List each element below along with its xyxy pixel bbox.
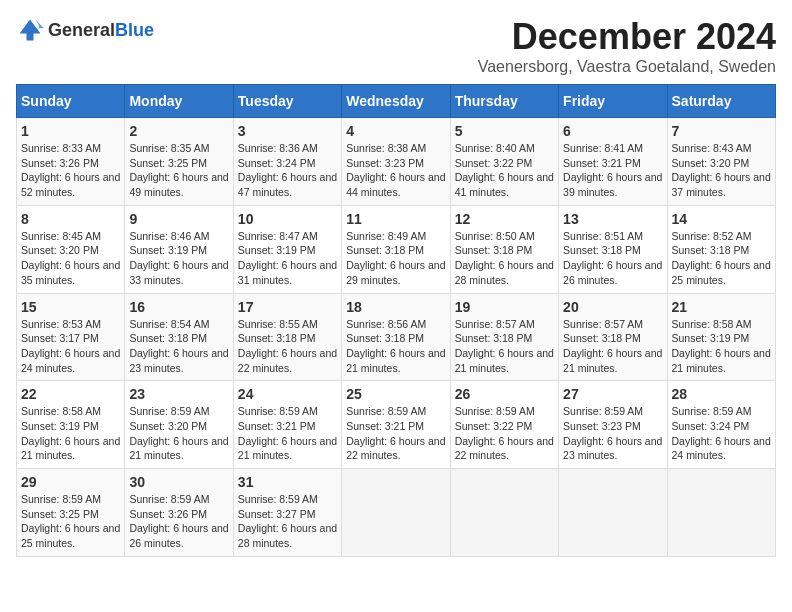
day-number: 13 — [563, 211, 662, 227]
day-info: Sunrise: 8:52 AMSunset: 3:18 PMDaylight:… — [672, 229, 771, 288]
table-row: 7Sunrise: 8:43 AMSunset: 3:20 PMDaylight… — [667, 118, 775, 206]
table-row: 18Sunrise: 8:56 AMSunset: 3:18 PMDayligh… — [342, 293, 450, 381]
calendar-week-row: 22Sunrise: 8:58 AMSunset: 3:19 PMDayligh… — [17, 381, 776, 469]
day-info: Sunrise: 8:50 AMSunset: 3:18 PMDaylight:… — [455, 229, 554, 288]
day-number: 8 — [21, 211, 120, 227]
table-row: 26Sunrise: 8:59 AMSunset: 3:22 PMDayligh… — [450, 381, 558, 469]
table-row: 22Sunrise: 8:58 AMSunset: 3:19 PMDayligh… — [17, 381, 125, 469]
table-row: 10Sunrise: 8:47 AMSunset: 3:19 PMDayligh… — [233, 205, 341, 293]
logo-general-text: General — [48, 20, 115, 40]
table-row: 17Sunrise: 8:55 AMSunset: 3:18 PMDayligh… — [233, 293, 341, 381]
table-row: 16Sunrise: 8:54 AMSunset: 3:18 PMDayligh… — [125, 293, 233, 381]
day-number: 26 — [455, 386, 554, 402]
table-row: 29Sunrise: 8:59 AMSunset: 3:25 PMDayligh… — [17, 469, 125, 557]
table-row: 19Sunrise: 8:57 AMSunset: 3:18 PMDayligh… — [450, 293, 558, 381]
day-number: 17 — [238, 299, 337, 315]
header-friday: Friday — [559, 85, 667, 118]
day-info: Sunrise: 8:58 AMSunset: 3:19 PMDaylight:… — [672, 317, 771, 376]
day-info: Sunrise: 8:59 AMSunset: 3:21 PMDaylight:… — [238, 404, 337, 463]
table-row: 21Sunrise: 8:58 AMSunset: 3:19 PMDayligh… — [667, 293, 775, 381]
day-info: Sunrise: 8:55 AMSunset: 3:18 PMDaylight:… — [238, 317, 337, 376]
table-row: 15Sunrise: 8:53 AMSunset: 3:17 PMDayligh… — [17, 293, 125, 381]
day-number: 29 — [21, 474, 120, 490]
logo: GeneralBlue — [16, 16, 154, 44]
table-row: 2Sunrise: 8:35 AMSunset: 3:25 PMDaylight… — [125, 118, 233, 206]
day-number: 23 — [129, 386, 228, 402]
day-number: 21 — [672, 299, 771, 315]
header-sunday: Sunday — [17, 85, 125, 118]
day-info: Sunrise: 8:45 AMSunset: 3:20 PMDaylight:… — [21, 229, 120, 288]
header-monday: Monday — [125, 85, 233, 118]
calendar-header: Sunday Monday Tuesday Wednesday Thursday… — [17, 85, 776, 118]
day-info: Sunrise: 8:59 AMSunset: 3:25 PMDaylight:… — [21, 492, 120, 551]
day-number: 18 — [346, 299, 445, 315]
table-row: 13Sunrise: 8:51 AMSunset: 3:18 PMDayligh… — [559, 205, 667, 293]
table-row: 4Sunrise: 8:38 AMSunset: 3:23 PMDaylight… — [342, 118, 450, 206]
table-row: 3Sunrise: 8:36 AMSunset: 3:24 PMDaylight… — [233, 118, 341, 206]
header-tuesday: Tuesday — [233, 85, 341, 118]
day-number: 4 — [346, 123, 445, 139]
weekday-row: Sunday Monday Tuesday Wednesday Thursday… — [17, 85, 776, 118]
day-info: Sunrise: 8:49 AMSunset: 3:18 PMDaylight:… — [346, 229, 445, 288]
day-number: 5 — [455, 123, 554, 139]
calendar-week-row: 1Sunrise: 8:33 AMSunset: 3:26 PMDaylight… — [17, 118, 776, 206]
table-row — [342, 469, 450, 557]
day-number: 14 — [672, 211, 771, 227]
table-row: 23Sunrise: 8:59 AMSunset: 3:20 PMDayligh… — [125, 381, 233, 469]
logo-icon — [16, 16, 44, 44]
day-info: Sunrise: 8:51 AMSunset: 3:18 PMDaylight:… — [563, 229, 662, 288]
day-number: 30 — [129, 474, 228, 490]
day-number: 6 — [563, 123, 662, 139]
table-row: 5Sunrise: 8:40 AMSunset: 3:22 PMDaylight… — [450, 118, 558, 206]
day-info: Sunrise: 8:56 AMSunset: 3:18 PMDaylight:… — [346, 317, 445, 376]
calendar-body: 1Sunrise: 8:33 AMSunset: 3:26 PMDaylight… — [17, 118, 776, 557]
day-info: Sunrise: 8:59 AMSunset: 3:24 PMDaylight:… — [672, 404, 771, 463]
day-info: Sunrise: 8:59 AMSunset: 3:23 PMDaylight:… — [563, 404, 662, 463]
day-number: 28 — [672, 386, 771, 402]
table-row: 20Sunrise: 8:57 AMSunset: 3:18 PMDayligh… — [559, 293, 667, 381]
day-info: Sunrise: 8:59 AMSunset: 3:22 PMDaylight:… — [455, 404, 554, 463]
day-info: Sunrise: 8:54 AMSunset: 3:18 PMDaylight:… — [129, 317, 228, 376]
logo-blue-text: Blue — [115, 20, 154, 40]
day-info: Sunrise: 8:36 AMSunset: 3:24 PMDaylight:… — [238, 141, 337, 200]
day-number: 10 — [238, 211, 337, 227]
table-row: 8Sunrise: 8:45 AMSunset: 3:20 PMDaylight… — [17, 205, 125, 293]
table-row: 1Sunrise: 8:33 AMSunset: 3:26 PMDaylight… — [17, 118, 125, 206]
table-row: 9Sunrise: 8:46 AMSunset: 3:19 PMDaylight… — [125, 205, 233, 293]
day-number: 19 — [455, 299, 554, 315]
day-number: 25 — [346, 386, 445, 402]
day-info: Sunrise: 8:59 AMSunset: 3:26 PMDaylight:… — [129, 492, 228, 551]
header: GeneralBlue December 2024 Vaenersborg, V… — [16, 16, 776, 76]
day-info: Sunrise: 8:58 AMSunset: 3:19 PMDaylight:… — [21, 404, 120, 463]
day-number: 31 — [238, 474, 337, 490]
table-row: 12Sunrise: 8:50 AMSunset: 3:18 PMDayligh… — [450, 205, 558, 293]
header-thursday: Thursday — [450, 85, 558, 118]
day-number: 24 — [238, 386, 337, 402]
table-row: 27Sunrise: 8:59 AMSunset: 3:23 PMDayligh… — [559, 381, 667, 469]
table-row — [667, 469, 775, 557]
day-number: 7 — [672, 123, 771, 139]
svg-marker-1 — [35, 20, 44, 29]
header-saturday: Saturday — [667, 85, 775, 118]
title-area: December 2024 Vaenersborg, Vaestra Goeta… — [478, 16, 776, 76]
day-info: Sunrise: 8:33 AMSunset: 3:26 PMDaylight:… — [21, 141, 120, 200]
day-info: Sunrise: 8:57 AMSunset: 3:18 PMDaylight:… — [455, 317, 554, 376]
day-info: Sunrise: 8:53 AMSunset: 3:17 PMDaylight:… — [21, 317, 120, 376]
location-title: Vaenersborg, Vaestra Goetaland, Sweden — [478, 58, 776, 76]
table-row: 30Sunrise: 8:59 AMSunset: 3:26 PMDayligh… — [125, 469, 233, 557]
day-number: 12 — [455, 211, 554, 227]
header-wednesday: Wednesday — [342, 85, 450, 118]
table-row: 31Sunrise: 8:59 AMSunset: 3:27 PMDayligh… — [233, 469, 341, 557]
table-row: 28Sunrise: 8:59 AMSunset: 3:24 PMDayligh… — [667, 381, 775, 469]
day-number: 20 — [563, 299, 662, 315]
calendar-week-row: 29Sunrise: 8:59 AMSunset: 3:25 PMDayligh… — [17, 469, 776, 557]
day-info: Sunrise: 8:57 AMSunset: 3:18 PMDaylight:… — [563, 317, 662, 376]
day-info: Sunrise: 8:41 AMSunset: 3:21 PMDaylight:… — [563, 141, 662, 200]
day-number: 27 — [563, 386, 662, 402]
day-info: Sunrise: 8:43 AMSunset: 3:20 PMDaylight:… — [672, 141, 771, 200]
day-number: 15 — [21, 299, 120, 315]
day-info: Sunrise: 8:35 AMSunset: 3:25 PMDaylight:… — [129, 141, 228, 200]
day-number: 11 — [346, 211, 445, 227]
day-info: Sunrise: 8:59 AMSunset: 3:20 PMDaylight:… — [129, 404, 228, 463]
day-number: 3 — [238, 123, 337, 139]
